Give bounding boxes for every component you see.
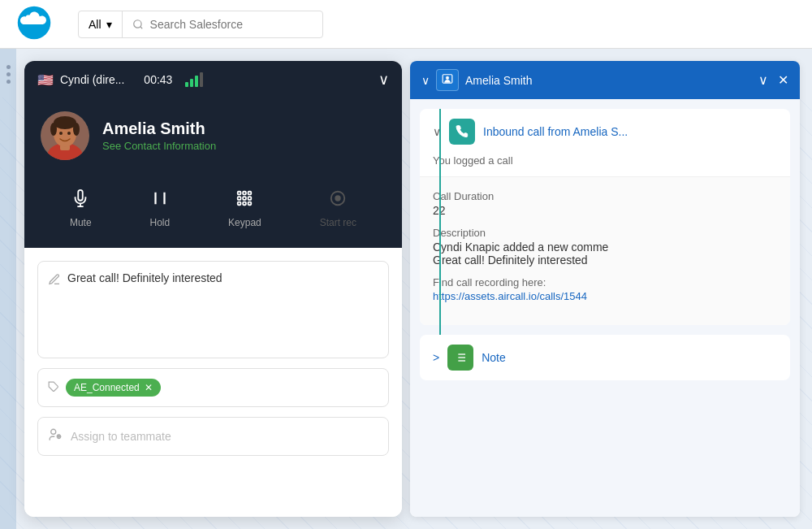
svg-rect-21 — [248, 197, 252, 200]
crm-contact-icon — [436, 69, 459, 91]
svg-rect-22 — [238, 202, 241, 206]
tag-badge[interactable]: AE_Connected ✕ — [66, 379, 161, 397]
activity-item: ∨ Inbound call from Amelia S... You logg… — [420, 109, 790, 325]
contact-text: Amelia Smith See Contact Information — [102, 119, 216, 153]
crm-panel: ∨ Amelia Smith ∨ ✕ — [410, 61, 800, 517]
assign-icon — [48, 427, 63, 445]
signal-bar-4 — [200, 72, 203, 87]
crm-minimize-button[interactable]: ∨ — [758, 72, 768, 88]
mute-label: Mute — [70, 217, 92, 228]
note-content: Great call! Definitely interested — [67, 271, 222, 284]
search-filter-dropdown[interactable]: All ▾ — [79, 11, 123, 37]
call-controls: Mute Hold Keypad — [24, 176, 402, 248]
hold-button[interactable]: Hold — [150, 189, 171, 228]
crm-close-button[interactable]: ✕ — [778, 72, 788, 88]
call-name: Cyndi (dire... — [60, 73, 124, 86]
description-value: Cyndi Knapic added a new commeGreat call… — [433, 241, 777, 267]
dot — [6, 65, 11, 69]
svg-point-7 — [54, 116, 76, 129]
svg-point-26 — [335, 195, 341, 201]
svg-line-2 — [140, 26, 142, 28]
svg-point-1 — [133, 20, 140, 27]
crm-collapse-chevron[interactable]: ∨ — [421, 74, 430, 87]
keypad-button[interactable]: Keypad — [228, 189, 261, 228]
flag-icon: 🇺🇸 — [37, 72, 54, 88]
svg-rect-20 — [244, 197, 247, 200]
call-duration: 00:43 — [144, 73, 172, 86]
activity-subtitle: You logged a call — [420, 154, 790, 176]
crm-header: ∨ Amelia Smith ∨ ✕ — [410, 61, 800, 99]
recording-row: Find call recording here: https://assets… — [433, 276, 777, 302]
crm-actions: ∨ ✕ — [758, 72, 788, 88]
svg-rect-17 — [244, 192, 247, 195]
svg-rect-19 — [238, 197, 241, 200]
contact-info-link[interactable]: See Contact Information — [102, 140, 216, 152]
activity-header: ∨ Inbound call from Amelia S... — [420, 109, 790, 154]
recording-label: Find call recording here: — [433, 276, 777, 288]
svg-point-9 — [73, 123, 80, 136]
activity-phone-icon — [449, 119, 475, 145]
tags-area: AE_Connected ✕ — [37, 368, 389, 407]
contact-name: Amelia Smith — [102, 119, 216, 138]
description-label: Description — [433, 227, 777, 239]
crm-body[interactable]: ∨ Inbound call from Amelia S... You logg… — [410, 99, 800, 517]
salesforce-logo — [16, 5, 52, 44]
hold-label: Hold — [150, 217, 171, 228]
main-content: 🇺🇸 Cyndi (dire... 00:43 ∨ — [0, 49, 812, 529]
call-duration-value: 22 — [433, 204, 777, 217]
start-rec-label: Start rec — [320, 217, 356, 228]
note-section-label: Note — [482, 351, 506, 364]
assign-area[interactable]: Assign to teammate — [37, 417, 389, 456]
activity-details: Call Duration 22 Description Cyndi Knapi… — [420, 176, 790, 325]
svg-point-28 — [51, 429, 56, 434]
dot — [6, 80, 11, 84]
signal-bar-1 — [185, 82, 188, 87]
dot — [6, 72, 11, 76]
signal-bar-3 — [195, 76, 198, 87]
tag-icon — [48, 381, 59, 395]
start-rec-button[interactable]: Start rec — [320, 189, 356, 228]
note-edit-icon — [48, 273, 61, 289]
keypad-icon — [235, 189, 253, 212]
activity-title: Inbound call from Amelia S... — [483, 125, 628, 138]
assign-placeholder-text: Assign to teammate — [71, 430, 171, 443]
svg-point-11 — [67, 132, 71, 135]
call-duration-row: Call Duration 22 — [433, 190, 777, 217]
note-expand-button[interactable]: > — [433, 351, 439, 364]
call-bar-chevron[interactable]: ∨ — [378, 71, 389, 89]
svg-point-8 — [50, 123, 57, 136]
svg-rect-23 — [244, 202, 247, 206]
search-filter-label: All — [89, 18, 102, 31]
recording-url[interactable]: https://assets.aircall.io/calls/1544 — [433, 290, 777, 302]
contact-info: Amelia Smith See Contact Information — [24, 98, 402, 176]
note-section: > Note — [420, 335, 790, 380]
dropdown-chevron: ▾ — [106, 18, 112, 31]
tag-close-button[interactable]: ✕ — [145, 382, 153, 393]
search-bar[interactable]: All ▾ — [78, 11, 323, 38]
note-area[interactable]: Great call! Definitely interested — [37, 261, 389, 358]
avatar — [41, 111, 89, 160]
call-bar-left: 🇺🇸 Cyndi (dire... 00:43 — [37, 72, 203, 88]
svg-point-10 — [59, 132, 63, 135]
description-row: Description Cyndi Knapic added a new com… — [433, 227, 777, 267]
timeline: ∨ Inbound call from Amelia S... You logg… — [410, 109, 800, 380]
signal-bar-2 — [190, 79, 193, 87]
search-input-wrapper[interactable] — [123, 11, 322, 37]
svg-point-31 — [446, 76, 449, 80]
search-icon — [132, 19, 144, 30]
svg-rect-24 — [248, 202, 252, 206]
svg-rect-16 — [238, 192, 241, 195]
note-section-icon — [447, 345, 473, 371]
crm-contact-name: Amelia Smith — [465, 74, 752, 87]
signal-bars — [185, 72, 203, 87]
tag-label: AE_Connected — [74, 382, 140, 393]
top-bar: All ▾ — [0, 0, 812, 49]
mute-button[interactable]: Mute — [70, 189, 92, 228]
call-duration-label: Call Duration — [433, 190, 777, 202]
activity-title-block: Inbound call from Amelia S... — [483, 125, 628, 138]
keypad-label: Keypad — [228, 217, 261, 228]
phone-widget: 🇺🇸 Cyndi (dire... 00:43 ∨ — [24, 61, 402, 517]
hold-icon — [151, 189, 169, 212]
mute-icon — [71, 189, 89, 212]
search-input[interactable] — [150, 18, 313, 31]
